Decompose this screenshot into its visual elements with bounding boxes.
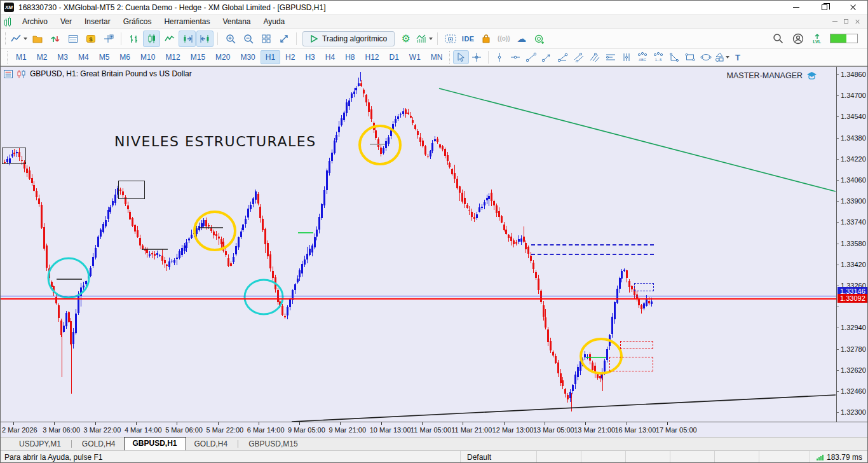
connection-status[interactable]: 183.79 ms (810, 451, 868, 463)
chart-tab-GBPUSD-H1[interactable]: GBPUSD,H1 (124, 437, 186, 450)
trendline-object[interactable] (292, 395, 836, 422)
timeframe-H1[interactable]: H1 (261, 50, 280, 64)
menu-ver[interactable]: Ver (54, 16, 78, 27)
chart-tab-USDJPY-M1[interactable]: USDJPY,M1 (11, 438, 69, 450)
timeframe-H12[interactable]: H12 (360, 50, 384, 64)
menu-archivo[interactable]: Archivo (16, 16, 54, 27)
dashed-level-object[interactable] (531, 244, 654, 245)
dashed-rect-object[interactable] (620, 341, 653, 349)
vertical-line-tool[interactable] (492, 50, 508, 64)
toolbox-button[interactable]: $ (82, 31, 99, 47)
chart-plot-area[interactable]: GBPUSD, H1: Great Britain Pound vs US Do… (1, 67, 836, 422)
timeframe-M30[interactable]: M30 (235, 50, 260, 64)
timeframe-D1[interactable]: D1 (384, 50, 403, 64)
fullscreen-button[interactable] (275, 31, 292, 47)
menu-herramientas[interactable]: Herramientas (158, 16, 216, 27)
chart-type-button[interactable] (10, 31, 28, 47)
menu-ayuda[interactable]: Ayuda (257, 16, 291, 27)
ellipse-tool[interactable] (698, 50, 714, 64)
timeframe-M2[interactable]: M2 (32, 50, 53, 64)
zoom-in-button[interactable] (222, 31, 239, 47)
chart-tab-GBPUSD-M15[interactable]: GBPUSD,M15 (240, 438, 306, 450)
timeframe-M1[interactable]: M1 (11, 50, 32, 64)
shapes-tool[interactable] (714, 50, 730, 64)
menu-gráficos[interactable]: Gráficos (117, 16, 158, 27)
trendline-angle-tool[interactable] (539, 50, 555, 64)
indicators-button[interactable] (415, 31, 433, 47)
ohlc-icon[interactable] (17, 70, 26, 78)
level-indicator[interactable]: LVL (813, 34, 821, 44)
fibo-timezones-tool[interactable] (619, 50, 635, 64)
symbols-button[interactable] (46, 31, 64, 47)
timeframe-M6[interactable]: M6 (114, 50, 135, 64)
timeframe-M4[interactable]: M4 (73, 50, 94, 64)
chart-tab-GOLD-H4[interactable]: GOLD,H4 (186, 438, 236, 450)
cloud-button[interactable]: ☁ (513, 31, 530, 47)
dashed-rect-object[interactable] (609, 357, 653, 371)
triangle-tool[interactable] (667, 50, 682, 64)
timeframe-M10[interactable]: M10 (135, 50, 160, 64)
fibo-retracement-tool[interactable] (603, 50, 619, 64)
elliott-abc-tool[interactable]: ABC (635, 50, 651, 64)
timeframe-H2[interactable]: H2 (280, 50, 300, 64)
dashed-level-object[interactable] (531, 254, 654, 255)
child-close-icon[interactable] (855, 19, 860, 24)
algo-trading-button[interactable]: Trading algorítmico (302, 31, 395, 46)
screenshot-button[interactable] (442, 31, 459, 47)
timeframe-MN[interactable]: MN (426, 50, 448, 64)
elliott-wave-tool[interactable]: 1...5 (651, 50, 667, 64)
expert-advisors-button[interactable]: ⚙ (397, 31, 414, 47)
child-minimize-icon[interactable] (832, 21, 837, 22)
line-chart-button[interactable] (161, 31, 178, 47)
timeframe-H3[interactable]: H3 (300, 50, 320, 64)
cursor-tool[interactable] (453, 50, 469, 64)
menu-ventana[interactable]: Ventana (216, 16, 257, 27)
dashed-rect-object[interactable] (634, 283, 654, 291)
trendline-object[interactable] (439, 88, 836, 191)
timeframe-H8[interactable]: H8 (340, 50, 360, 64)
bar-chart-button[interactable] (125, 31, 142, 47)
rectangle-object[interactable] (118, 181, 145, 199)
new-order-button[interactable] (100, 31, 117, 47)
rectangle-tool[interactable] (682, 50, 698, 64)
ide-button[interactable]: IDE (459, 31, 477, 47)
channel-tool[interactable] (571, 50, 587, 64)
horizontal-line-tool[interactable] (508, 50, 524, 64)
new-chart-button[interactable] (29, 31, 46, 47)
price-axis[interactable]: 1.348601.347001.345401.343801.342201.340… (836, 67, 868, 422)
market-watch-button[interactable] (64, 31, 81, 47)
timeframe-M3[interactable]: M3 (52, 50, 73, 64)
rectangle-object[interactable] (2, 148, 26, 164)
angle-tool[interactable] (555, 50, 571, 64)
timeframe-M15[interactable]: M15 (186, 50, 210, 64)
timeframe-W1[interactable]: W1 (404, 50, 426, 64)
date-axis[interactable]: 2 Mar 20263 Mar 06:003 Mar 22:004 Mar 14… (1, 422, 868, 437)
text-tool[interactable]: T (730, 50, 746, 64)
structural-levels-label[interactable]: NIVELES ESTRUCTURALES (114, 134, 316, 149)
community-button[interactable] (531, 31, 548, 47)
timeframe-H4[interactable]: H4 (320, 50, 340, 64)
trendline-tool[interactable] (524, 50, 539, 64)
ask-line[interactable] (1, 296, 836, 296)
account-icon[interactable] (792, 33, 804, 45)
ellipse-object[interactable] (194, 212, 235, 250)
ellipse-object[interactable] (360, 126, 400, 164)
tile-windows-button[interactable] (257, 31, 275, 47)
menu-insertar[interactable]: Insertar (78, 16, 117, 27)
parallel-lines-tool[interactable] (587, 50, 603, 64)
auto-scroll-button[interactable] (196, 31, 214, 47)
chart-annotations[interactable] (1, 67, 836, 422)
minimize-button[interactable] (782, 1, 810, 14)
chart-tab-GOLD-H4[interactable]: GOLD,H4 (74, 438, 124, 450)
zoom-out-button[interactable] (240, 31, 257, 47)
bid-line[interactable] (1, 298, 836, 300)
candlestick-chart-button[interactable] (143, 31, 160, 47)
one-click-trading-icon[interactable] (4, 70, 13, 78)
timeframe-M5[interactable]: M5 (94, 50, 115, 64)
close-button[interactable] (839, 1, 867, 14)
timeframe-M12[interactable]: M12 (160, 50, 185, 64)
search-icon[interactable] (773, 33, 783, 44)
restore-button[interactable] (810, 1, 839, 14)
signals-button[interactable]: ((o)) (495, 31, 512, 47)
profile-pane[interactable]: Default (460, 451, 536, 463)
